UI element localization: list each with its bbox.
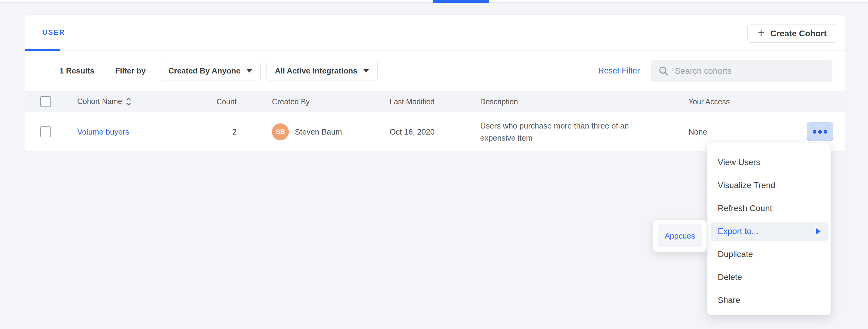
active-tab-underline [25,49,60,51]
tab-user[interactable]: USER [25,15,83,51]
integrations-dropdown[interactable]: All Active Integrations [266,62,378,80]
avatar: SB [272,124,289,140]
last-modified-date: Oct 16, 2020 [390,127,435,137]
create-cohort-button[interactable]: + Create Cohort [747,24,837,43]
menu-item-share[interactable]: Share [707,289,831,312]
row-context-menu: View Users Visualize Trend Refresh Count… [707,143,831,315]
created-by-dropdown[interactable]: Created By Anyone [160,62,261,80]
cohort-name-link[interactable]: Volume buyers [77,127,129,137]
search-icon [658,66,669,76]
cohorts-panel: USER + Create Cohort 1 Results Filter by… [25,14,845,152]
cohort-count: 2 [205,127,237,137]
cohort-description: Users who purchase more than three of an… [480,120,649,144]
column-header-count: Count [205,97,237,106]
column-header-cohort-name[interactable]: Cohort Name [77,97,131,106]
export-submenu: Appcues [653,220,707,252]
ellipsis-dot-icon [818,130,822,134]
row-actions-button[interactable] [807,122,833,141]
ellipsis-dot-icon [824,130,827,134]
create-cohort-label: Create Cohort [770,29,827,38]
your-access-value: None [688,127,707,137]
chevron-down-icon [363,69,369,73]
ellipsis-dot-icon [813,130,816,134]
select-all-checkbox[interactable] [40,96,51,107]
menu-item-duplicate[interactable]: Duplicate [707,243,831,266]
submenu-arrow-icon [816,228,820,235]
results-count: 1 Results [59,66,94,76]
search-box [651,60,832,82]
tab-bar: USER + Create Cohort [25,15,845,51]
column-header-description: Description [480,97,649,106]
top-nav-strip [0,0,868,3]
created-by-name: Steven Baum [295,127,342,137]
table-header: Cohort Name Count Created By Last Modifi… [25,91,845,112]
menu-item-delete[interactable]: Delete [707,266,831,289]
row-checkbox[interactable] [40,127,51,137]
column-header-your-access: Your Access [688,97,730,106]
filter-by-label: Filter by [115,66,146,76]
plus-icon: + [758,28,764,38]
created-by-cell: SB Steven Baum [272,124,342,140]
divider [105,65,105,77]
menu-item-refresh-count[interactable]: Refresh Count [707,197,831,220]
menu-item-export-to[interactable]: Export to... [711,222,829,241]
filter-bar: 1 Results Filter by Created By Anyone Al… [25,51,845,91]
chevron-down-icon [247,69,252,73]
tab-user-label: USER [42,28,65,36]
menu-item-visualize-trend[interactable]: Visualize Trend [707,174,831,197]
submenu-item-appcues[interactable]: Appcues [658,224,702,247]
created-by-dropdown-value: Created By Anyone [168,66,241,76]
integrations-dropdown-value: All Active Integrations [275,66,358,76]
column-header-created-by: Created By [272,97,310,106]
menu-item-view-users[interactable]: View Users [707,151,831,174]
search-input[interactable] [651,60,832,82]
column-header-last-modified: Last Modified [390,97,435,106]
reset-filter-link[interactable]: Reset Filter [598,66,640,76]
sort-icon [126,97,131,106]
top-tab-indicator [433,0,489,3]
